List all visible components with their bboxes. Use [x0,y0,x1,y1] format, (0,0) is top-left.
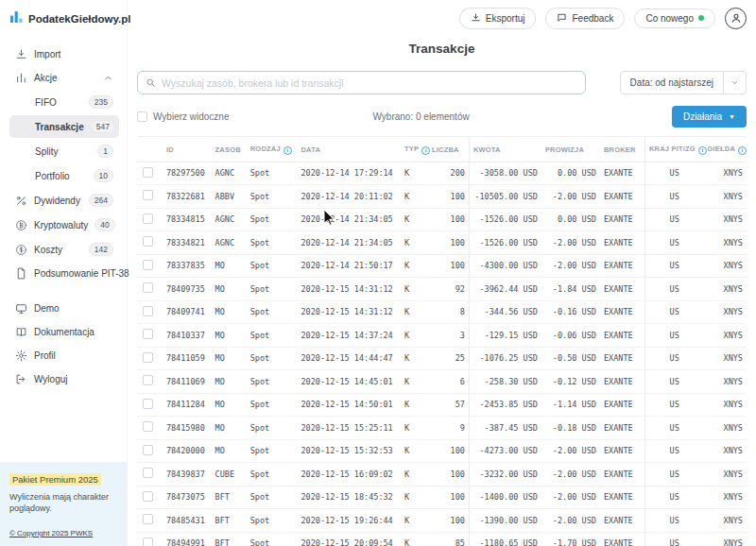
cell-zasob: MO [212,254,247,278]
table-row: 78439837 CUBE Spot 2020-12-15 16:09:02 K… [137,463,747,486]
monitor-icon [15,302,27,315]
cell-id: 78420000 [163,439,212,463]
cell-broker: EXANTE [600,254,645,278]
row-checkbox[interactable] [143,445,153,455]
cell-prowizja: -2.00 USD [541,439,600,463]
row-checkbox[interactable] [143,375,153,385]
cell-gielda: XNYS [703,208,747,231]
transactions-tbody: 78297500 AGNC Spot 2020-12-14 17:29:14 K… [137,162,747,546]
sidebar-item-label: Akcje [34,73,57,83]
cell-typ: K [401,393,428,417]
cell-gielda: XNYS [703,324,747,348]
cell-id: 78337835 [163,254,212,278]
row-checkbox[interactable] [143,537,153,546]
sidebar-item-dywidendy[interactable]: Dywidendy 264 [9,189,119,212]
speech-bubble-icon [557,12,567,25]
cell-prowizja: -2.00 USD [541,231,600,255]
cell-gielda: XNYS [703,185,747,209]
info-icon[interactable] [421,146,430,155]
cell-rodzaj: Spot [247,208,298,231]
notification-dot [698,15,704,21]
sidebar-item-import[interactable]: Import [9,43,119,65]
copyright-link[interactable]: © Copyright 2025 PWKS [9,529,93,537]
row-checkbox[interactable] [143,352,153,363]
row-checkbox[interactable] [143,491,153,502]
sort-dropdown[interactable]: Data: od najstarszej [620,71,747,94]
cell-id: 78415980 [163,417,212,440]
export-button[interactable]: Eksportuj [459,8,537,29]
nav-divider [9,285,123,297]
actions-button[interactable]: Działania ▼ [672,106,747,128]
row-checkbox[interactable] [143,399,153,409]
sidebar-item-portfolio[interactable]: Portfolio 10 [9,164,119,187]
info-icon[interactable] [698,146,707,155]
cell-gielda: XNYS [703,162,747,185]
sidebar-item-podsumowanie-pit38[interactable]: Podsumowanie PIT-38 [9,263,119,284]
row-checkbox[interactable] [143,213,153,224]
cell-gielda: XNYS [703,509,747,533]
cell-kraj: US [644,324,703,348]
table-row: 78411059 MO Spot 2020-12-15 14:44:47 K 2… [137,347,747,370]
cell-id: 78473075 [163,486,212,509]
row-checkbox[interactable] [143,236,153,247]
info-icon[interactable] [738,146,747,155]
cell-kraj: US [644,347,703,370]
feedback-button[interactable]: Feedback [545,8,625,29]
actions-label: Działania [683,111,722,122]
sidebar-item-profil[interactable]: Profil [9,345,119,367]
cell-broker: EXANTE [600,417,645,440]
cell-prowizja: -0.12 USD [541,370,600,394]
cell-liczba: 100 [428,185,469,209]
cell-broker: EXANTE [600,370,645,394]
info-icon[interactable] [284,146,292,155]
sidebar-item-koszty[interactable]: Koszty 142 [9,238,119,261]
cell-zasob: MO [212,439,247,463]
cell-id: 78439837 [163,463,212,486]
col-typ: TYP [401,137,428,162]
row-checkbox[interactable] [143,167,153,178]
cell-data: 2020-12-15 19:26:44 [298,509,402,533]
sidebar-item-dokumentacja[interactable]: Dokumentacja [9,321,119,343]
table-row: 78409735 MO Spot 2020-12-15 14:31:12 K 9… [137,278,747,301]
app-logo[interactable]: PodatekGiełdowy.pl [9,9,123,27]
sidebar-item-fifo[interactable]: FIFO 235 [9,91,119,113]
cell-data: 2020-12-15 14:50:01 [298,393,402,417]
cell-id: 78334815 [163,208,212,231]
row-checkbox[interactable] [143,468,153,478]
cell-liczba: 100 [428,439,469,463]
header-checkbox-spacer [137,137,163,162]
sidebar-item-label: Wyloguj [34,374,67,384]
row-checkbox[interactable] [143,421,153,432]
row-checkbox[interactable] [143,260,153,270]
row-checkbox[interactable] [143,514,153,524]
count-badge: 235 [89,95,113,109]
select-visible-checkbox[interactable] [137,111,147,122]
user-avatar[interactable] [725,8,747,29]
col-id: ID [163,137,212,162]
search-input[interactable] [162,77,577,89]
cell-rodzaj: Spot [247,278,298,301]
row-checkbox[interactable] [143,282,153,293]
cell-rodzaj: Spot [247,231,298,255]
sidebar-item-demo[interactable]: Demo [9,298,119,319]
sidebar-item-splity[interactable]: Splity 1 [9,140,119,162]
selection-row: Wybierz widoczne Wybrano: 0 elementów Dz… [137,106,747,136]
bar-chart-icon [15,72,27,84]
cell-rodzaj: Spot [247,254,298,278]
cell-liczba: 100 [428,486,469,509]
whats-new-button[interactable]: Co nowego [634,9,715,28]
sidebar-item-wyloguj[interactable]: Wyloguj [9,368,119,390]
sidebar-item-akcje[interactable]: Akcje [9,67,119,89]
row-checkbox[interactable] [143,306,153,316]
cell-gielda: XNYS [703,300,747,324]
row-checkbox[interactable] [143,190,153,200]
sidebar-item-kryptowaluty[interactable]: Kryptowaluty 40 [9,213,119,236]
sidebar-item-transakcje[interactable]: Transakcje 547 [9,115,119,138]
count-badge: 142 [89,243,113,256]
cell-zasob: MO [212,370,247,394]
cell-typ: K [401,532,428,546]
count-badge: 264 [89,194,113,207]
premium-badge: Pakiet Premium 2025 [9,473,101,486]
row-checkbox[interactable] [143,329,153,339]
cell-kwota: -344.56 USD [469,300,541,324]
